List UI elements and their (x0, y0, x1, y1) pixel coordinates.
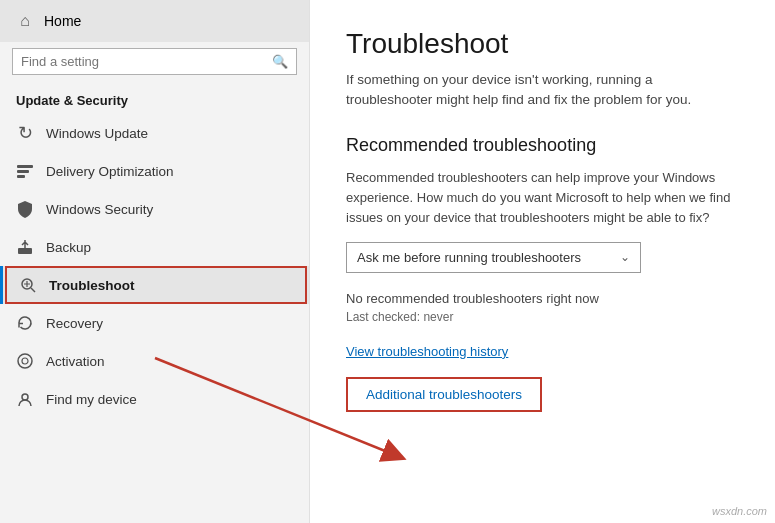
troubleshoot-icon (19, 276, 37, 294)
page-title: Troubleshoot (346, 28, 739, 60)
svg-point-6 (22, 358, 28, 364)
windows-security-icon (16, 200, 34, 218)
dropdown-value: Ask me before running troubleshooters (357, 250, 581, 265)
find-my-device-icon (16, 390, 34, 408)
delivery-optimization-icon (16, 162, 34, 180)
svg-rect-0 (17, 165, 33, 168)
svg-rect-2 (17, 175, 25, 178)
watermark: wsxdn.com (712, 505, 767, 517)
svg-rect-1 (17, 170, 29, 173)
search-icon: 🔍 (272, 54, 288, 69)
sidebar-item-windows-update[interactable]: ↻ Windows Update (0, 114, 309, 152)
sidebar-item-windows-security[interactable]: Windows Security (0, 190, 309, 228)
rec-section-heading: Recommended troubleshooting (346, 135, 739, 156)
main-content: Troubleshoot If something on your device… (310, 0, 775, 523)
rec-description: Recommended troubleshooters can help imp… (346, 168, 739, 228)
svg-point-7 (22, 394, 28, 400)
sidebar-item-activation[interactable]: Activation (0, 342, 309, 380)
sidebar-item-label: Windows Security (46, 202, 153, 217)
home-icon: ⌂ (16, 12, 34, 30)
svg-point-5 (18, 354, 32, 368)
page-description: If something on your device isn't workin… (346, 70, 739, 111)
activation-icon (16, 352, 34, 370)
additional-troubleshooters-button[interactable]: Additional troubleshooters (346, 377, 542, 412)
search-box[interactable]: 🔍 (12, 48, 297, 75)
windows-update-icon: ↻ (16, 124, 34, 142)
sidebar-item-find-my-device[interactable]: Find my device (0, 380, 309, 418)
sidebar-item-label: Troubleshoot (49, 278, 135, 293)
no-rec-text: No recommended troubleshooters right now (346, 291, 739, 306)
sidebar-item-label: Activation (46, 354, 105, 369)
sidebar: ⌂ Home 🔍 Update & Security ↻ Windows Upd… (0, 0, 310, 523)
home-label: Home (44, 13, 81, 29)
backup-icon (16, 238, 34, 256)
last-checked-text: Last checked: never (346, 310, 739, 324)
sidebar-item-delivery-optimization[interactable]: Delivery Optimization (0, 152, 309, 190)
section-title: Update & Security (0, 85, 309, 114)
sidebar-item-backup[interactable]: Backup (0, 228, 309, 266)
svg-rect-3 (18, 248, 32, 254)
chevron-down-icon: ⌄ (620, 250, 630, 264)
recovery-icon (16, 314, 34, 332)
troubleshooter-dropdown[interactable]: Ask me before running troubleshooters ⌄ (346, 242, 641, 273)
sidebar-item-troubleshoot[interactable]: Troubleshoot (0, 266, 309, 304)
sidebar-home[interactable]: ⌂ Home (0, 0, 309, 42)
sidebar-item-label: Recovery (46, 316, 103, 331)
search-input[interactable] (21, 54, 266, 69)
sidebar-item-label: Find my device (46, 392, 137, 407)
view-history-link[interactable]: View troubleshooting history (346, 344, 739, 359)
sidebar-item-recovery[interactable]: Recovery (0, 304, 309, 342)
sidebar-item-label: Backup (46, 240, 91, 255)
sidebar-item-label: Windows Update (46, 126, 148, 141)
sidebar-item-label: Delivery Optimization (46, 164, 174, 179)
